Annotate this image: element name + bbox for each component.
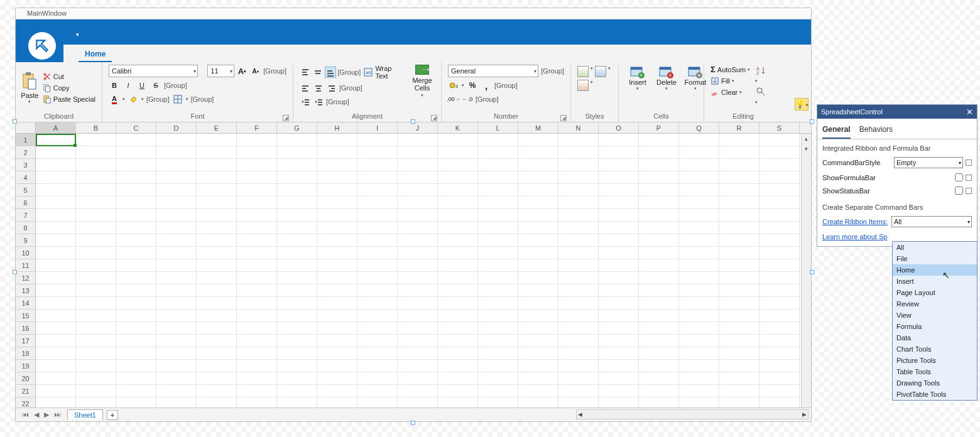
cell[interactable] <box>76 234 116 247</box>
row-header[interactable]: 7 <box>16 209 36 222</box>
cell[interactable] <box>277 247 317 259</box>
cell[interactable] <box>237 159 277 171</box>
cell[interactable] <box>357 259 398 272</box>
column-header[interactable]: A <box>36 122 76 133</box>
cell[interactable] <box>558 197 599 209</box>
cell[interactable] <box>277 146 317 159</box>
cell[interactable] <box>599 284 639 297</box>
cell[interactable] <box>76 184 116 197</box>
cell[interactable] <box>398 247 438 259</box>
cell[interactable] <box>197 322 237 335</box>
cell[interactable] <box>237 385 277 397</box>
cell[interactable] <box>599 159 639 171</box>
cell[interactable] <box>277 171 317 184</box>
cell[interactable] <box>357 197 398 209</box>
conditional-format-button[interactable] <box>577 66 589 77</box>
cell[interactable] <box>197 397 237 407</box>
cell[interactable] <box>156 360 197 372</box>
cell[interactable] <box>639 197 679 209</box>
cell[interactable] <box>76 197 116 209</box>
cell[interactable] <box>518 385 558 397</box>
underline-button[interactable]: U <box>136 80 148 91</box>
cell[interactable] <box>639 222 679 234</box>
column-header[interactable]: C <box>116 122 156 133</box>
cell[interactable] <box>317 134 357 146</box>
cell[interactable] <box>558 310 599 322</box>
cell[interactable] <box>679 234 719 247</box>
delete-cells-button[interactable]: × Delete▾ <box>654 65 679 112</box>
dropdown-item[interactable]: View <box>893 310 977 321</box>
row-header[interactable]: 20 <box>16 372 36 385</box>
cell[interactable] <box>760 310 800 322</box>
cell[interactable] <box>36 209 76 222</box>
cell[interactable] <box>478 146 518 159</box>
cell[interactable] <box>237 197 277 209</box>
row-header[interactable]: 3 <box>16 159 36 171</box>
cell[interactable] <box>558 397 599 407</box>
cell[interactable] <box>679 159 719 171</box>
cell[interactable] <box>719 372 760 385</box>
cell[interactable] <box>398 385 438 397</box>
cell[interactable] <box>760 272 800 284</box>
align-bottom-button[interactable] <box>325 67 335 78</box>
cell[interactable] <box>277 272 317 284</box>
cell[interactable] <box>398 197 438 209</box>
cell[interactable] <box>478 310 518 322</box>
cell[interactable] <box>679 272 719 284</box>
select-all-corner[interactable] <box>16 122 36 133</box>
cell[interactable] <box>558 347 599 360</box>
cell[interactable] <box>76 347 116 360</box>
cell[interactable] <box>398 347 438 360</box>
cell[interactable] <box>719 247 760 259</box>
align-center-button[interactable] <box>313 82 324 94</box>
cell[interactable] <box>760 222 800 234</box>
cell[interactable] <box>478 322 518 335</box>
resize-handle[interactable] <box>810 119 814 124</box>
cell[interactable] <box>438 247 478 259</box>
cell[interactable] <box>599 134 639 146</box>
column-header[interactable]: R <box>719 122 760 133</box>
dropdown-item[interactable]: Insert <box>893 276 977 287</box>
cell[interactable] <box>357 184 398 197</box>
cell[interactable] <box>116 259 156 272</box>
cell[interactable] <box>116 372 156 385</box>
cell[interactable] <box>156 184 197 197</box>
cell[interactable] <box>398 397 438 407</box>
fill-color-button[interactable] <box>128 94 139 105</box>
cell[interactable] <box>518 197 558 209</box>
cell[interactable] <box>518 310 558 322</box>
cell[interactable] <box>237 322 277 335</box>
cell[interactable] <box>639 171 679 184</box>
dropdown-item[interactable]: Review <box>893 298 977 310</box>
cell[interactable] <box>156 247 197 259</box>
cell[interactable] <box>438 322 478 335</box>
italic-button[interactable]: I <box>122 80 134 91</box>
cell[interactable] <box>478 222 518 234</box>
shrink-font-button[interactable]: A▾ <box>250 65 261 77</box>
cell[interactable] <box>76 297 116 310</box>
dropdown-item[interactable]: Page Layout <box>893 287 977 298</box>
dropdown-item[interactable]: Formula <box>893 321 977 332</box>
close-icon[interactable]: ✕ <box>966 107 973 117</box>
cell[interactable] <box>277 322 317 335</box>
row-header[interactable]: 10 <box>16 247 36 259</box>
cell[interactable] <box>398 297 438 310</box>
cell[interactable] <box>760 347 800 360</box>
cell[interactable] <box>317 247 357 259</box>
column-header[interactable]: E <box>197 122 237 133</box>
cell[interactable] <box>599 347 639 360</box>
cell[interactable] <box>116 222 156 234</box>
cell[interactable] <box>679 360 719 372</box>
cell[interactable] <box>277 385 317 397</box>
cell[interactable] <box>116 347 156 360</box>
cell[interactable] <box>237 310 277 322</box>
find-button[interactable] <box>755 86 766 97</box>
cell[interactable] <box>317 259 357 272</box>
cell[interactable] <box>357 209 398 222</box>
cell[interactable] <box>197 335 237 347</box>
column-header[interactable]: M <box>518 122 558 133</box>
cell[interactable] <box>599 146 639 159</box>
tab-general[interactable]: General <box>822 122 851 139</box>
strike-button[interactable]: S <box>150 80 161 91</box>
cell[interactable] <box>116 272 156 284</box>
